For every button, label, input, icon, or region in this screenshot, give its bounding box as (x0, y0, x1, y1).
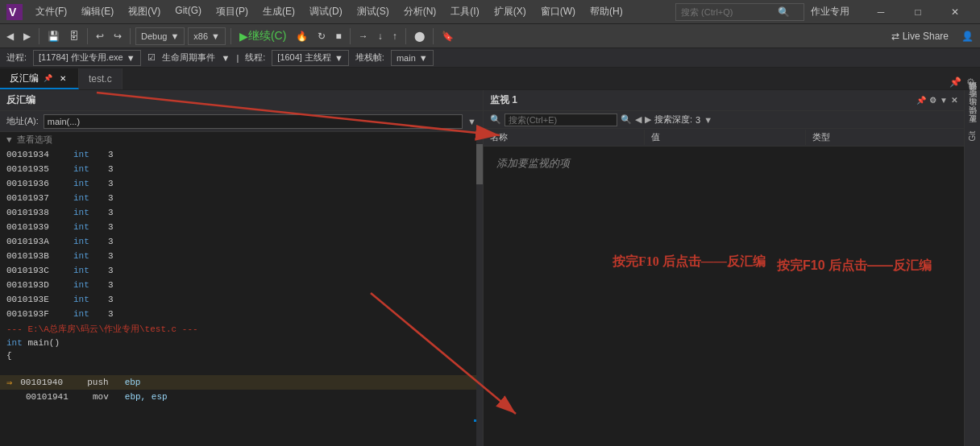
watch-collapse-icon[interactable]: ▼ (940, 96, 948, 105)
process-dropdown[interactable]: [11784] 作业专用.exe ▼ (33, 50, 140, 66)
side-tab-errors[interactable]: 错误 (965, 118, 980, 124)
separator-7 (433, 28, 434, 44)
fire-button[interactable]: 🔥 (293, 27, 311, 46)
debug-config-dropdown[interactable]: Debug ▼ (135, 27, 185, 45)
event-label: 生命周期事件 (162, 52, 215, 64)
stack-dropdown[interactable]: main ▼ (391, 50, 434, 66)
address-dropdown-icon[interactable]: ▼ (467, 117, 476, 126)
back-button[interactable]: ◀ (3, 27, 17, 46)
menu-extensions[interactable]: 扩展(X) (488, 3, 533, 20)
bookmark-button[interactable]: 🔖 (438, 27, 457, 46)
menu-project[interactable]: 项目(P) (210, 3, 255, 20)
minimize-button[interactable]: ─ (862, 0, 899, 24)
thread-label: 线程: (245, 52, 265, 64)
checkbox-icon: ☑ (147, 52, 156, 63)
menu-edit[interactable]: 编辑(E) (75, 3, 120, 20)
code-row: 0010193B int 3 (0, 249, 483, 263)
tab-disassembly-close[interactable]: ✕ (57, 72, 69, 84)
live-share-label: Live Share (903, 31, 949, 42)
user-icon-button[interactable]: 👤 (958, 27, 977, 46)
section-header[interactable]: 查看选项 (0, 132, 483, 147)
step-into-button[interactable]: ↓ (375, 27, 386, 46)
separator-dot: | (236, 53, 239, 63)
scroll-marker (474, 419, 476, 422)
platform-label: x86 (193, 31, 208, 41)
panel-settings-icon[interactable]: ⚙ (965, 75, 977, 89)
title-search-input[interactable] (681, 7, 778, 17)
nav-right-icon[interactable]: ▶ (645, 114, 651, 125)
restart-button[interactable]: ↻ (314, 27, 329, 46)
window-controls: ─ □ ✕ (862, 0, 974, 24)
menu-file[interactable]: 文件(F) (29, 3, 73, 20)
side-tab-git[interactable]: Git 更改 (965, 126, 980, 145)
separator-5 (350, 28, 351, 44)
toolbar: ◀ ▶ 💾 🗄 ↩ ↪ Debug ▼ x86 ▼ ▶ 继续(C) 🔥 ↻ ■ … (0, 24, 980, 48)
menu-git[interactable]: Git(G) (168, 3, 208, 20)
title-search-box[interactable]: 🔍 (675, 3, 804, 21)
filter-icon: ▼ (222, 53, 230, 63)
panel-pin-icon[interactable]: 📌 (948, 75, 963, 89)
save-all-button[interactable]: 🗄 (66, 27, 82, 46)
panel-header: 反汇编 (0, 90, 483, 111)
menu-window[interactable]: 窗口(W) (534, 3, 582, 20)
save-button[interactable]: 💾 (44, 27, 63, 46)
watch-search-btn[interactable]: 🔍 (621, 114, 632, 125)
separator-line: --- E:\A总库房\码云\作业专用\test.c --- (0, 321, 483, 337)
redo-button[interactable]: ↪ (110, 27, 125, 46)
menu-view[interactable]: 视图(V) (122, 3, 167, 20)
stack-value: main (397, 53, 416, 63)
menu-help[interactable]: 帮助(H) (583, 3, 629, 20)
code-row: 0010193C int 3 (0, 263, 483, 278)
watch-search-input[interactable] (505, 114, 617, 126)
continue-button[interactable]: ▶ 继续(C) (236, 27, 289, 46)
live-share-button[interactable]: ⇄ Live Share (885, 29, 955, 43)
code-row: 00101935 int 3 (0, 162, 483, 176)
side-tab-diagnostic[interactable]: 诊断 (965, 101, 980, 108)
watch-close-icon[interactable]: ✕ (951, 96, 957, 105)
menu-test[interactable]: 测试(S) (351, 3, 396, 20)
step-out-button[interactable]: ↑ (389, 27, 401, 46)
col-name-header: 名称 (484, 130, 645, 145)
separator-4 (230, 28, 231, 44)
tab-disassembly[interactable]: 反汇编 📌 ✕ (0, 68, 79, 89)
code-row: 00101937 int 3 (0, 191, 483, 205)
watch-settings-icon[interactable]: ⚙ (929, 96, 936, 105)
code-row: 00101936 int 3 (0, 176, 483, 191)
code-view[interactable]: 查看选项 00101934 int 3 00101935 int 3 00101… (0, 132, 483, 446)
left-scrollbar[interactable] (476, 132, 483, 446)
breakpoint-button[interactable]: ⬤ (411, 27, 428, 46)
watch-body: 添加要监视的项 (484, 147, 964, 446)
right-panel: 监视 1 📌 ⚙ ▼ ✕ 🔍 🔍 ◀ ▶ 搜索深度: 3 ▼ 名称 值 类型 添… (484, 90, 964, 446)
undo-button[interactable]: ↩ (93, 27, 107, 46)
separator-1 (39, 28, 39, 44)
stop-button[interactable]: ■ (332, 27, 344, 46)
svg-text:V: V (9, 6, 17, 19)
vs-logo: V (6, 4, 23, 20)
title-bar-right: 🔍 作业专用 ─ □ ✕ (675, 0, 974, 24)
left-scrollbar-thumb[interactable] (476, 144, 483, 184)
nav-left-icon[interactable]: ◀ (635, 114, 642, 125)
maximize-button[interactable]: □ (899, 0, 936, 24)
platform-dropdown[interactable]: x86 ▼ (188, 27, 226, 45)
code-row: 0010193F int 3 (0, 307, 483, 321)
main-layout: 反汇编 地址(A): ▼ 查看选项 00101934 int 3 0010193… (0, 90, 980, 446)
menu-debug[interactable]: 调试(D) (303, 3, 349, 20)
code-row: 00101939 int 3 (0, 220, 483, 234)
thread-dropdown[interactable]: [1604] 主线程 ▼ (272, 50, 349, 66)
address-input[interactable] (44, 114, 463, 129)
stack-label: 堆栈帧: (355, 52, 384, 64)
thread-value: [1604] 主线程 (277, 52, 331, 64)
stack-arrow-icon: ▼ (419, 53, 428, 63)
step-over-button[interactable]: → (355, 27, 372, 46)
tab-testc[interactable]: test.c (79, 68, 122, 89)
menu-tools[interactable]: 工具(I) (444, 3, 485, 20)
depth-arrow-icon[interactable]: ▼ (704, 115, 712, 125)
watch-pin-icon[interactable]: 📌 (916, 96, 926, 105)
right-side-tabs: 活动调试器 诊断 输出 错误 Git 更改 (964, 90, 980, 446)
menu-analyze[interactable]: 分析(N) (397, 3, 443, 20)
side-tab-debug[interactable]: 活动调试器 (965, 93, 980, 100)
side-tab-output[interactable]: 输出 (965, 109, 980, 116)
close-button[interactable]: ✕ (936, 0, 974, 24)
menu-build[interactable]: 生成(E) (256, 3, 301, 20)
forward-button[interactable]: ▶ (20, 27, 34, 46)
